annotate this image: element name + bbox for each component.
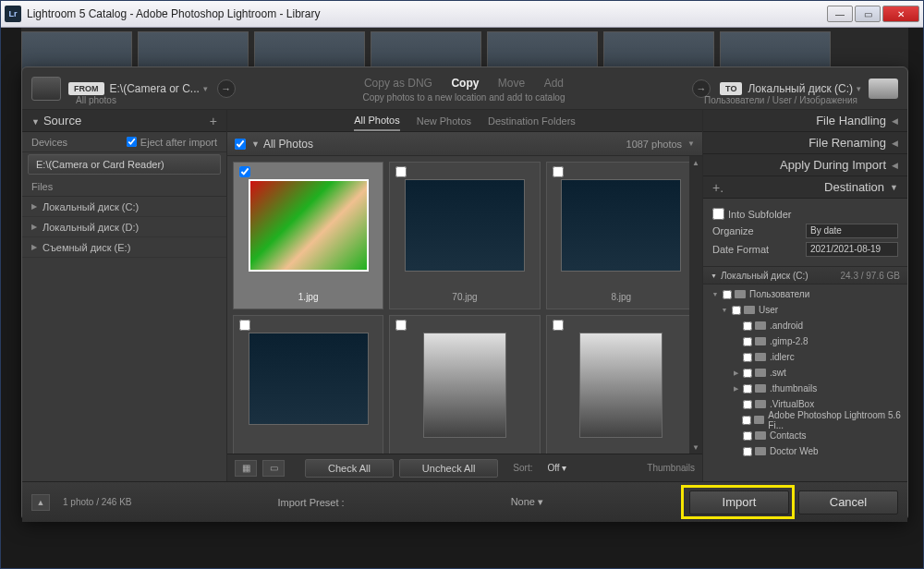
- folder-icon: [735, 290, 746, 298]
- count-caret-icon[interactable]: ▼: [687, 139, 695, 148]
- tree-item[interactable]: ▼Пользователи: [703, 286, 907, 302]
- mode-copy[interactable]: Copy: [451, 77, 479, 90]
- thumbnail-cell[interactable]: 8.jpg: [546, 162, 697, 309]
- tab-all-photos[interactable]: All Photos: [354, 111, 400, 131]
- arrow-right-icon[interactable]: →: [217, 79, 236, 98]
- source-header-label: Source: [43, 114, 81, 127]
- sort-dropdown[interactable]: Off ▾: [547, 463, 566, 473]
- tree-checkbox[interactable]: [743, 321, 752, 331]
- import-preset-dropdown[interactable]: None ▾: [511, 496, 543, 508]
- tree-checkbox[interactable]: [743, 384, 752, 393]
- tree-checkbox[interactable]: [723, 290, 732, 299]
- thumbnails-grid: 1.jpg70.jpg8.jpg: [227, 156, 702, 454]
- client-area: FROM E:\(Camera or C... ▾ All photos → C…: [1, 28, 923, 568]
- to-path-caret-icon[interactable]: ▾: [857, 84, 861, 93]
- file-renaming-header[interactable]: File Renaming◀: [703, 132, 907, 154]
- from-subtitle: All photos: [76, 95, 116, 105]
- tree-expand-icon: ▼: [711, 291, 720, 297]
- tree-label: .idlerc: [770, 352, 795, 362]
- tree-item[interactable]: ▶.thumbnails: [703, 381, 907, 396]
- import-button[interactable]: Import: [689, 490, 789, 515]
- tree-item[interactable]: ▶.swt: [703, 365, 907, 381]
- files-row: Files: [22, 176, 226, 197]
- thumbnail-checkbox[interactable]: [239, 166, 250, 177]
- select-all-checkbox[interactable]: [235, 139, 246, 150]
- thumbnail-checkbox[interactable]: [395, 166, 407, 177]
- mode-move[interactable]: Move: [498, 77, 525, 90]
- cancel-button[interactable]: Cancel: [798, 490, 898, 515]
- close-button[interactable]: ✕: [882, 6, 919, 22]
- thumbnail-cell[interactable]: 1.jpg: [233, 162, 383, 309]
- eject-label: Eject after import: [140, 137, 217, 148]
- folder-icon: [755, 369, 766, 377]
- chevron-down-icon: ▼: [890, 183, 898, 192]
- thumbnail-cell[interactable]: [546, 315, 697, 454]
- thumbnail-image: [561, 179, 681, 272]
- minimize-button[interactable]: —: [827, 6, 853, 22]
- from-path-dropdown[interactable]: E:\(Camera or C...: [110, 82, 200, 95]
- tree-checkbox[interactable]: [743, 447, 752, 456]
- check-all-button[interactable]: Check All: [305, 459, 394, 478]
- tree-item[interactable]: .android: [703, 318, 907, 333]
- scroll-up-icon[interactable]: ▲: [689, 156, 702, 169]
- destination-body: Into Subfolder OrganizeBy date Date Form…: [703, 199, 907, 266]
- volume-item-c[interactable]: ▶Локальный диск (C:): [22, 197, 226, 217]
- tree-checkbox[interactable]: [732, 306, 741, 315]
- into-subfolder-checkbox[interactable]: Into Subfolder: [712, 208, 792, 220]
- thumbnail-cell[interactable]: [389, 315, 540, 454]
- destination-label: Destination: [824, 180, 884, 194]
- file-handling-header[interactable]: File Handling◀: [703, 110, 907, 132]
- volume-item-e[interactable]: ▶Съемный диск (E:): [22, 237, 226, 258]
- tab-new-photos[interactable]: New Photos: [417, 112, 471, 130]
- source-header[interactable]: ▼Source +: [22, 110, 226, 132]
- tree-checkbox[interactable]: [743, 431, 752, 441]
- window-title: Lightroom 5 Catalog - Adobe Photoshop Li…: [27, 7, 827, 20]
- device-item[interactable]: E:\(Camera or Card Reader): [28, 154, 221, 175]
- tree-item[interactable]: ▼User: [703, 302, 907, 318]
- mode-copy-as-dng[interactable]: Copy as DNG: [364, 77, 432, 90]
- mode-add[interactable]: Add: [544, 77, 564, 90]
- thumbnail-cell[interactable]: 70.jpg: [389, 162, 540, 309]
- thumbnail-checkbox[interactable]: [553, 320, 564, 331]
- tree-item[interactable]: .idlerc: [703, 349, 907, 365]
- thumbnail-checkbox[interactable]: [239, 320, 250, 331]
- scroll-down-icon[interactable]: ▼: [689, 441, 702, 454]
- destination-icon: [869, 79, 898, 99]
- tree-label: .gimp-2.8: [770, 336, 808, 346]
- titlebar[interactable]: Lr Lightroom 5 Catalog - Adobe Photoshop…: [1, 1, 923, 28]
- tree-checkbox[interactable]: [742, 416, 751, 425]
- apply-during-import-header[interactable]: Apply During Import◀: [703, 154, 907, 176]
- chevron-left-icon: ◀: [892, 116, 898, 126]
- scrollbar[interactable]: ▲ ▼: [689, 156, 702, 454]
- from-path-caret-icon[interactable]: ▾: [203, 84, 208, 93]
- minimize-panel-button[interactable]: ▲: [31, 494, 50, 511]
- organize-dropdown[interactable]: By date: [806, 224, 898, 238]
- tree-item[interactable]: Doctor Web: [703, 443, 907, 459]
- tree-checkbox[interactable]: [743, 353, 752, 362]
- tab-destination-folders[interactable]: Destination Folders: [488, 112, 576, 130]
- maximize-button[interactable]: ▭: [855, 6, 881, 22]
- tree-checkbox[interactable]: [743, 369, 752, 378]
- loupe-view-button[interactable]: ▭: [262, 460, 285, 477]
- tree-item[interactable]: Adobe Photoshop Lightroom 5.6 Fi...: [703, 412, 907, 428]
- thumbnail-checkbox[interactable]: [395, 320, 407, 331]
- date-format-dropdown[interactable]: 2021/2021-08-19: [806, 242, 898, 257]
- uncheck-all-button[interactable]: Uncheck All: [399, 459, 498, 478]
- grid-view-button[interactable]: ▦: [235, 460, 257, 477]
- volume-label: Съемный диск (E:): [43, 242, 130, 253]
- thumbnail-image: [405, 179, 525, 272]
- add-source-button[interactable]: +: [210, 114, 217, 128]
- tree-checkbox[interactable]: [743, 400, 752, 409]
- destination-header[interactable]: +.Destination▼: [703, 176, 907, 199]
- volume-item-d[interactable]: ▶Локальный диск (D:): [22, 217, 226, 237]
- to-path-dropdown[interactable]: Локальный диск (C:): [748, 82, 853, 95]
- eject-checkbox[interactable]: Eject after import: [127, 137, 217, 148]
- add-destination-button[interactable]: +.: [712, 180, 723, 195]
- tree-item[interactable]: .gimp-2.8: [703, 333, 907, 349]
- thumbnail-cell[interactable]: [233, 315, 383, 454]
- tree-label: .VirtualBox: [770, 399, 814, 409]
- tree-checkbox[interactable]: [743, 337, 752, 346]
- thumbnail-checkbox[interactable]: [553, 166, 564, 177]
- destination-volume-bar[interactable]: ▼ Локальный диск (C:) 24.3 / 97.6 GB: [703, 266, 907, 284]
- tree-item[interactable]: Contacts: [703, 428, 907, 443]
